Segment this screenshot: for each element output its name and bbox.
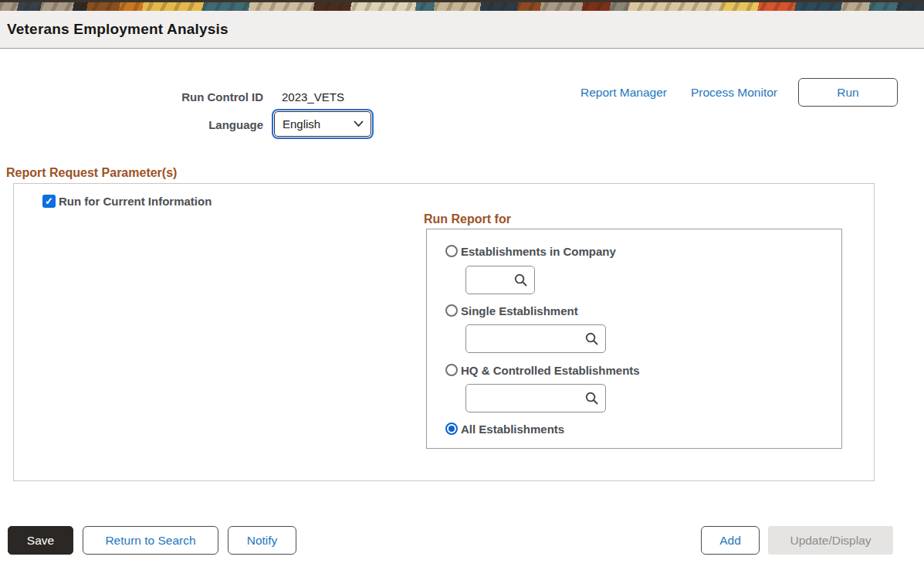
language-select[interactable]: English bbox=[274, 111, 371, 137]
run-control-id-value: 2023_VETS bbox=[282, 90, 344, 104]
language-select-value: English bbox=[283, 117, 320, 131]
return-to-search-button[interactable]: Return to Search bbox=[83, 526, 218, 555]
save-button[interactable]: Save bbox=[8, 526, 73, 555]
report-request-parameters-heading: Report Request Parameter(s) bbox=[6, 166, 177, 180]
notify-button[interactable]: Notify bbox=[228, 526, 296, 555]
chevron-down-icon bbox=[354, 120, 364, 127]
radio-establishments-in-company[interactable] bbox=[445, 245, 458, 257]
search-icon[interactable] bbox=[584, 331, 599, 346]
radio-all-establishments[interactable] bbox=[445, 423, 458, 435]
language-label: Language bbox=[124, 118, 263, 131]
banner-pattern bbox=[0, 2, 924, 11]
run-current-info-label: Run for Current Information bbox=[59, 195, 212, 208]
page-header: Veterans Employment Analysis bbox=[0, 11, 924, 49]
run-current-info-checkbox[interactable]: ✓ bbox=[42, 195, 56, 208]
hq-controlled-lookup-field bbox=[465, 384, 606, 412]
search-icon[interactable] bbox=[513, 272, 528, 287]
radio-label-hq-controlled-establishments: HQ & Controlled Establishments bbox=[461, 364, 640, 377]
decorative-banner bbox=[0, 0, 924, 11]
page-title: Veterans Employment Analysis bbox=[7, 21, 228, 38]
add-button[interactable]: Add bbox=[701, 526, 760, 555]
process-monitor-link[interactable]: Process Monitor bbox=[691, 86, 777, 100]
single-establishment-lookup-field bbox=[465, 324, 606, 353]
check-icon: ✓ bbox=[45, 196, 53, 206]
radio-label-single-establishment: Single Establishment bbox=[461, 304, 578, 317]
search-icon[interactable] bbox=[584, 390, 599, 406]
radio-label-all-establishments: All Establishments bbox=[461, 423, 564, 436]
radio-label-establishments-in-company: Establishments in Company bbox=[461, 245, 616, 258]
radio-hq-controlled-establishments[interactable] bbox=[445, 364, 458, 376]
radio-single-establishment[interactable] bbox=[445, 304, 458, 317]
company-lookup-field bbox=[465, 266, 535, 294]
run-report-for-heading: Run Report for bbox=[424, 212, 511, 226]
run-button[interactable]: Run bbox=[798, 78, 898, 107]
update-display-button[interactable]: Update/Display bbox=[768, 526, 893, 555]
veterans-employment-analysis-page: Veterans Employment Analysis Run Control… bbox=[0, 0, 924, 577]
language-select-focus-ring: English bbox=[272, 109, 374, 139]
report-manager-link[interactable]: Report Manager bbox=[580, 86, 667, 100]
run-control-id-label: Run Control ID bbox=[124, 90, 263, 104]
